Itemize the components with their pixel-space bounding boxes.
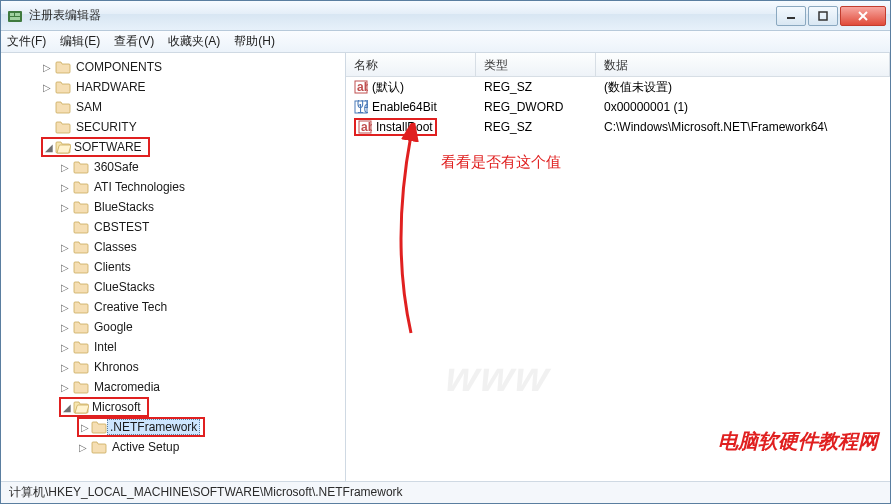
column-header-type[interactable]: 类型 [476,53,596,76]
folder-icon [55,100,71,114]
list-body: ab(默认) REG_SZ (数值未设置) 0110Enable64Bit RE… [346,77,890,137]
tree-node-label: Classes [91,239,140,255]
expander-icon[interactable]: ▷ [59,181,71,193]
menu-file[interactable]: 文件(F) [7,33,46,50]
expander-icon[interactable] [41,121,53,133]
svg-text:10: 10 [357,102,368,114]
tree-node[interactable]: ▷ COMPONENTS [41,57,345,77]
tree-node[interactable]: SAM [41,97,345,117]
tree-node[interactable]: ▷ Classes [59,237,345,257]
tree-pane[interactable]: ▷ COMPONENTS▷ HARDWARE SAM SECURITY◢ SOF… [1,53,346,481]
tree-node-label: ATI Technologies [91,179,188,195]
app-icon [7,8,23,24]
tree-node[interactable]: ◢ SOFTWARE [41,137,345,157]
folder-icon [55,60,71,74]
tree-node-label: 360Safe [91,159,142,175]
svg-text:ab: ab [357,80,368,94]
tree-node[interactable]: ▷ ClueStacks [59,277,345,297]
registry-tree: ▷ COMPONENTS▷ HARDWARE SAM SECURITY◢ SOF… [5,57,345,457]
expander-icon[interactable]: ▷ [77,441,89,453]
folder-icon [73,160,89,174]
column-header-name[interactable]: 名称 [346,53,476,76]
tree-node[interactable]: ▷ Creative Tech [59,297,345,317]
close-button[interactable] [840,6,886,26]
menu-edit[interactable]: 编辑(E) [60,33,100,50]
expander-icon[interactable] [41,101,53,113]
tree-node-label: ClueStacks [91,279,158,295]
expander-icon[interactable]: ▷ [59,281,71,293]
expander-icon[interactable]: ▷ [41,81,53,93]
expander-icon[interactable]: ▷ [59,241,71,253]
tree-node[interactable]: ▷ Clients [59,257,345,277]
highlight-box: ◢ SOFTWARE [41,137,150,157]
value-name: InstallRoot [376,120,433,134]
expander-icon[interactable]: ▷ [59,321,71,333]
expander-icon[interactable]: ◢ [43,141,55,153]
menubar: 文件(F) 编辑(E) 查看(V) 收藏夹(A) 帮助(H) [1,31,890,53]
folder-open-icon [73,400,89,414]
list-row[interactable]: ab(默认) REG_SZ (数值未设置) [346,77,890,97]
maximize-button[interactable] [808,6,838,26]
tree-node[interactable]: SECURITY [41,117,345,137]
expander-icon[interactable]: ▷ [41,61,53,73]
svg-rect-3 [10,17,20,20]
tree-node-label: Active Setup [109,439,182,455]
expander-icon[interactable]: ▷ [59,381,71,393]
list-row[interactable]: 0110Enable64Bit REG_DWORD 0x00000001 (1) [346,97,890,117]
expander-icon[interactable]: ▷ [59,161,71,173]
svg-rect-2 [15,13,20,16]
tree-node-label: .NETFramework [107,419,200,435]
value-name: (默认) [372,79,404,96]
expander-icon[interactable]: ◢ [61,401,73,413]
tree-node-label: CBSTEST [91,219,152,235]
value-name: Enable64Bit [372,100,437,114]
list-row[interactable]: abInstallRoot REG_SZ C:\Windows\Microsof… [346,117,890,137]
menu-view[interactable]: 查看(V) [114,33,154,50]
watermark-faint: www [443,353,554,401]
window-title: 注册表编辑器 [29,7,774,24]
menu-favorites[interactable]: 收藏夹(A) [168,33,220,50]
list-header: 名称 类型 数据 [346,53,890,77]
string-value-icon: ab [354,80,368,94]
tree-node[interactable]: ▷ Khronos [59,357,345,377]
maximize-icon [818,11,828,21]
cell-data: 0x00000001 (1) [596,100,890,114]
expander-icon[interactable]: ▷ [59,201,71,213]
column-header-data[interactable]: 数据 [596,53,890,76]
binary-value-icon: 0110 [354,100,368,114]
highlight-box: ▷ .NETFramework [77,417,205,437]
tree-node-label: SAM [73,99,105,115]
statusbar: 计算机\HKEY_LOCAL_MACHINE\SOFTWARE\Microsof… [1,481,890,503]
tree-node[interactable]: ▷ Macromedia [59,377,345,397]
expander-icon[interactable]: ▷ [79,421,91,433]
watermark-site: 电脑软硬件教程网 [718,428,878,455]
expander-icon[interactable]: ▷ [59,301,71,313]
cell-name: abInstallRoot [346,118,476,136]
tree-node[interactable]: CBSTEST [59,217,345,237]
tree-node[interactable]: ▷ HARDWARE [41,77,345,97]
tree-node[interactable]: ▷ Intel [59,337,345,357]
tree-node[interactable]: ▷ .NETFramework [77,417,345,437]
tree-node[interactable]: ▷ Active Setup [77,437,345,457]
expander-icon[interactable] [59,221,71,233]
tree-node-label: HARDWARE [73,79,149,95]
tree-node-label: Clients [91,259,134,275]
svg-rect-1 [10,13,14,16]
tree-node-label: Khronos [91,359,142,375]
tree-node[interactable]: ▷ Google [59,317,345,337]
tree-node-label: Microsoft [89,399,144,415]
svg-rect-5 [819,12,827,20]
tree-node[interactable]: ◢ Microsoft [59,397,345,417]
tree-node[interactable]: ▷ ATI Technologies [59,177,345,197]
tree-node[interactable]: ▷ BlueStacks [59,197,345,217]
registry-editor-window: 注册表编辑器 文件(F) 编辑(E) 查看(V) 收藏夹(A) 帮助(H) ▷ … [0,0,891,504]
tree-node[interactable]: ▷ 360Safe [59,157,345,177]
tree-node-label: Intel [91,339,120,355]
expander-icon[interactable]: ▷ [59,261,71,273]
menu-help[interactable]: 帮助(H) [234,33,275,50]
expander-icon[interactable]: ▷ [59,341,71,353]
minimize-button[interactable] [776,6,806,26]
folder-icon [73,180,89,194]
expander-icon[interactable]: ▷ [59,361,71,373]
content-area: ▷ COMPONENTS▷ HARDWARE SAM SECURITY◢ SOF… [1,53,890,481]
